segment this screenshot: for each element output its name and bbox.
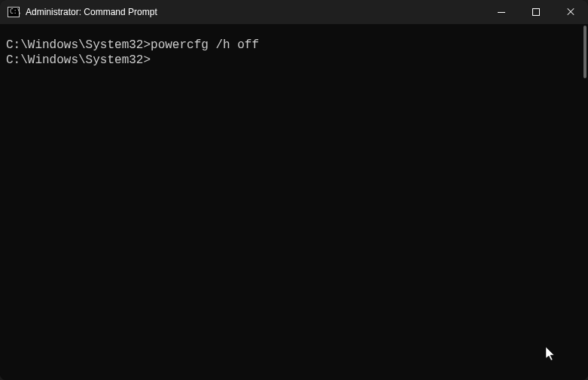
titlebar[interactable]: C:\ Administrator: Command Prompt: [0, 0, 588, 24]
window-title: Administrator: Command Prompt: [26, 7, 157, 17]
minimize-icon: [498, 12, 505, 13]
window-controls: [484, 0, 588, 24]
cmd-icon-text: C:\: [10, 9, 20, 15]
terminal-body[interactable]: C:\Windows\System32>powercfg /h off C:\W…: [0, 24, 588, 380]
close-button[interactable]: [553, 0, 588, 24]
terminal-line-2: C:\Windows\System32>: [6, 53, 582, 68]
command-1: powercfg /h off: [151, 38, 259, 52]
maximize-button[interactable]: [519, 0, 553, 24]
command-prompt-window: C:\ Administrator: Command Prompt C:\Win…: [0, 0, 588, 380]
terminal-line-1: C:\Windows\System32>powercfg /h off: [6, 38, 582, 53]
titlebar-left: C:\ Administrator: Command Prompt: [8, 7, 157, 17]
scrollbar-thumb[interactable]: [583, 26, 586, 78]
maximize-icon: [532, 8, 540, 16]
scrollbar[interactable]: [582, 24, 586, 380]
close-icon: [566, 8, 575, 17]
minimize-button[interactable]: [484, 0, 519, 24]
prompt-2: C:\Windows\System32>: [6, 53, 151, 67]
cmd-icon: C:\: [8, 7, 20, 17]
prompt-1: C:\Windows\System32>: [6, 38, 151, 52]
